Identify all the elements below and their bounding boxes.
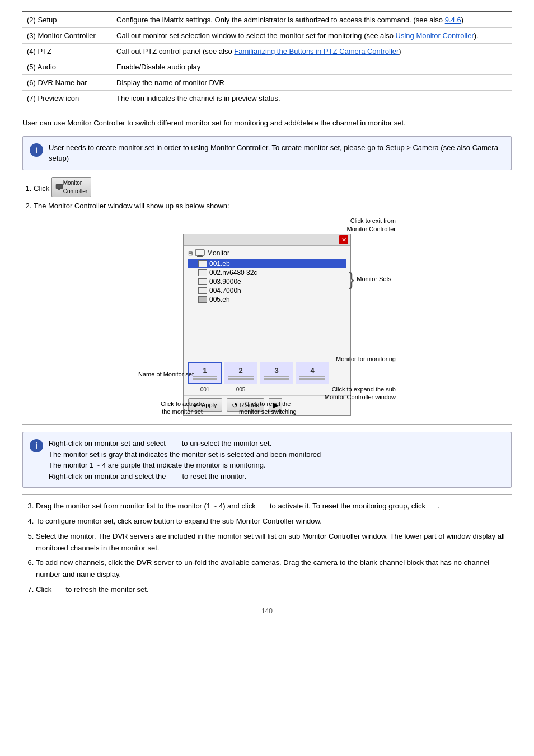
bracket-icon: } xyxy=(349,270,355,288)
mc-name-2 xyxy=(260,386,293,393)
monitor-controller-illustration: Click to exit fromMonitor Controller ✕ ⊟… xyxy=(22,217,512,416)
svg-rect-3 xyxy=(195,250,204,255)
step-5: Select the monitor. The DVR servers are … xyxy=(36,531,512,554)
link-using-monitor-controller[interactable]: Using Monitor Controller xyxy=(396,31,474,40)
monitor-btn-label: MonitorController xyxy=(63,179,87,195)
table-cell-col2-0: Configure the iMatrix settings. Only the… xyxy=(112,12,512,28)
tree-item-label-4: 005.eh xyxy=(209,296,230,304)
table-cell-col2-5: The icon indicates the channel is in pre… xyxy=(112,91,512,106)
svg-rect-1 xyxy=(58,189,60,190)
link-946[interactable]: 9.4.6 xyxy=(445,16,461,24)
mc-tree: ⊟ Monitor 001.eb 002.nv6480 32c xyxy=(184,246,350,358)
info-box-2: i Right-click on monitor set and select … xyxy=(22,432,512,488)
callout-expand-sub: Click to expand the subMonitor Controlle… xyxy=(325,385,396,402)
page-number: 140 xyxy=(22,607,512,615)
table-cell-col2-2: Call out PTZ control panel (see also Fam… xyxy=(112,44,512,59)
item-icon-3 xyxy=(198,287,207,294)
apply-label: Apply xyxy=(202,402,217,408)
link-ptz[interactable]: Familiarizing the Buttons in PTZ Camera … xyxy=(234,47,399,55)
monitor-sets-text: Monitor Sets xyxy=(357,276,391,282)
mc-close-button[interactable]: ✕ xyxy=(339,235,348,244)
item-icon-1 xyxy=(198,269,207,276)
intro-paragraph: User can use Monitor Controller to switc… xyxy=(22,118,512,129)
tree-item-003[interactable]: 003.9000e xyxy=(188,277,346,286)
mc-slot-3[interactable]: 3 xyxy=(260,362,293,384)
svg-rect-5 xyxy=(197,256,203,257)
table-cell-col2-4: Display the name of monitor DVR xyxy=(112,75,512,91)
tree-item-002[interactable]: 002.nv6480 32c xyxy=(188,268,346,277)
callout-click-activate: Click to activatethe monitor set xyxy=(161,400,204,416)
mc-slot-2[interactable]: 2 xyxy=(224,362,257,384)
item-icon-2 xyxy=(198,278,207,285)
item-icon-0 xyxy=(198,260,207,267)
info-line-3: Right-click on monitor and select the to… xyxy=(49,471,321,482)
table-cell-col1-5: (7) Preview icon xyxy=(22,91,112,106)
step-1: Click MonitorController xyxy=(34,177,512,197)
tree-root-label: Monitor xyxy=(207,249,229,257)
step-2: The Monitor Controller window will show … xyxy=(34,200,512,212)
slot-bar-3b xyxy=(264,378,289,380)
table-row-4: (6) DVR Name barDisplay the name of moni… xyxy=(22,75,512,91)
monitor-controller-button[interactable]: MonitorController xyxy=(51,177,91,197)
table-cell-col1-4: (6) DVR Name bar xyxy=(22,75,112,91)
slot-bar-4 xyxy=(299,376,325,377)
table-cell-col1-2: (4) PTZ xyxy=(22,44,112,59)
table-cell-col1-1: (3) Monitor Controller xyxy=(22,28,112,44)
table-cell-col1-3: (5) Audio xyxy=(22,59,112,75)
steps-list: Click MonitorController The Monitor Cont… xyxy=(34,177,512,212)
step-4: To configure monitor set, click arrow bu… xyxy=(36,516,512,528)
slot-bar-2 xyxy=(228,376,254,377)
table-row-3: (5) AudioEnable/Disable audio play xyxy=(22,59,512,75)
tree-item-label-3: 004.7000h xyxy=(209,287,241,295)
mc-slot-4[interactable]: 4 xyxy=(296,362,329,384)
svg-rect-4 xyxy=(198,255,202,256)
slot-num-1: 1 xyxy=(203,366,207,375)
tree-item-001eb[interactable]: 001.eb xyxy=(188,259,346,268)
tree-item-label-2: 003.9000e xyxy=(209,278,241,286)
tree-item-label-1: 002.nv6480 32c xyxy=(209,269,257,277)
svg-rect-0 xyxy=(56,184,63,189)
mc-titlebar: ✕ xyxy=(184,234,350,246)
slot-num-3: 3 xyxy=(274,366,278,375)
table-cell-col2-1: Call out monitor set selection window to… xyxy=(112,28,512,44)
step-1-label: Click xyxy=(34,184,51,193)
callout-name-of-monitor-set: Name of Monitor set xyxy=(138,371,194,377)
mc-container: Click to exit fromMonitor Controller ✕ ⊟… xyxy=(138,217,396,416)
mc-tree-root: ⊟ Monitor xyxy=(188,249,346,257)
table-row-0: (2) SetupConfigure the iMatrix settings.… xyxy=(22,12,512,28)
slot-bar-3 xyxy=(264,376,289,377)
info-line-2: The monitor 1 ~ 4 are purple that indica… xyxy=(49,460,321,471)
info-icon-1: i xyxy=(30,143,43,157)
callout-monitor-for-monitoring: Monitor for monitoring xyxy=(336,356,396,362)
step-6: To add new channels, click the DVR serve… xyxy=(36,557,512,581)
tree-item-004[interactable]: 004.7000h xyxy=(188,286,346,295)
reload-icon: ↺ xyxy=(232,401,238,409)
step-3: Drag the monitor set from monitor list t… xyxy=(36,501,512,512)
tree-item-005[interactable]: 005.eh xyxy=(188,295,346,304)
mc-name-1: 005 xyxy=(224,386,257,393)
slot-num-4: 4 xyxy=(310,366,314,375)
slot-bar-1b xyxy=(193,378,218,380)
info-box-1-text: User needs to create monitor set in orde… xyxy=(49,142,504,164)
slot-bar-2b xyxy=(228,378,254,380)
slot-num-2: 2 xyxy=(238,366,242,375)
mc-name-0: 001 xyxy=(188,386,222,393)
slot-bar-4b xyxy=(299,378,325,380)
callout-exit: Click to exit fromMonitor Controller xyxy=(347,217,396,233)
item-icon-4 xyxy=(198,296,207,303)
table-cell-col1-0: (2) Setup xyxy=(22,12,112,28)
divider-1 xyxy=(22,424,512,425)
info-box-2-content: Right-click on monitor set and select to… xyxy=(49,438,321,482)
mc-slots: 1 2 3 4 xyxy=(184,358,350,385)
expand-icon[interactable]: ⊟ xyxy=(188,250,193,256)
tree-item-label-0: 001.eb xyxy=(209,260,230,268)
monitor-icon xyxy=(195,249,205,257)
info-icon-2: i xyxy=(30,439,43,452)
numbered-steps: Drag the monitor set from monitor list t… xyxy=(36,501,512,596)
monitor-btn-icon xyxy=(55,183,63,191)
info-line-0: Right-click on monitor set and select to… xyxy=(49,438,321,449)
table-cell-col2-3: Enable/Disable audio play xyxy=(112,59,512,75)
info-table: (2) SetupConfigure the iMatrix settings.… xyxy=(22,11,512,106)
info-line-1: The monitor set is gray that indicates t… xyxy=(49,449,321,460)
table-row-1: (3) Monitor ControllerCall out monitor s… xyxy=(22,28,512,44)
